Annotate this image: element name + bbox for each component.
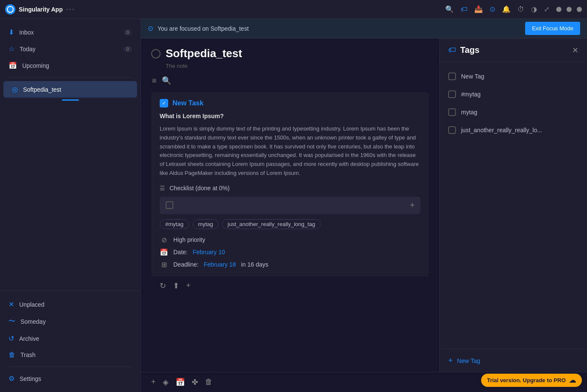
- note-tag-2[interactable]: just_another_really_really_long_tag: [222, 219, 321, 229]
- cloud-icon: ☁: [569, 376, 576, 384]
- sidebar-item-unplaced[interactable]: ✕ Unplaced: [0, 296, 140, 313]
- sidebar-item-settings[interactable]: ⚙ Settings: [0, 370, 140, 387]
- tags-header-icon: 🏷: [448, 46, 456, 55]
- inbox-badge: 0: [123, 29, 132, 35]
- checklist-icon: ☰: [160, 185, 165, 192]
- add-task-icon[interactable]: +: [151, 377, 156, 387]
- tags-panel: 🏷 Tags ✕ New Tag #mytag: [439, 38, 587, 372]
- date-label: Date:: [173, 249, 187, 256]
- search-icon[interactable]: 🔍: [445, 5, 454, 13]
- deadline-label: Deadline:: [173, 261, 199, 268]
- bell-icon[interactable]: 🔔: [502, 5, 511, 13]
- sidebar-archive-label: Archive: [19, 335, 39, 342]
- contrast-icon[interactable]: ◑: [531, 5, 537, 13]
- unplaced-icon: ✕: [9, 300, 14, 308]
- close-button[interactable]: [577, 7, 582, 12]
- inbox-icon[interactable]: 📥: [474, 5, 483, 13]
- delete-icon[interactable]: 🗑: [205, 377, 213, 387]
- focus-bar: ⊙ You are focused on Softpedia_test Exit…: [141, 19, 587, 38]
- tag-label-1: #mytag: [461, 91, 481, 98]
- main-layout: ⬇ Inbox 0 ☆ Today 0 📅 Upcoming: [0, 19, 587, 392]
- move-icon[interactable]: ✤: [192, 377, 198, 387]
- sidebar-divider: [9, 77, 132, 78]
- tag-item-mytag-hash[interactable]: #mytag: [440, 85, 587, 103]
- note-title: Softpedia_test: [166, 47, 242, 60]
- sidebar-item-someday[interactable]: 〜 Someday: [0, 313, 140, 330]
- tag-checkbox-0[interactable]: [448, 73, 456, 80]
- scrollbar-indicator: [62, 99, 79, 101]
- sidebar-item-inbox[interactable]: ⬇ Inbox 0: [0, 24, 140, 41]
- note-tag-1[interactable]: mytag: [193, 219, 219, 229]
- sidebar-divider-2: [9, 366, 132, 367]
- note-tags-layout: Softpedia_test The note ≡ 🔍 ✓ New Task W…: [141, 38, 587, 372]
- move-up-icon[interactable]: ⬆: [173, 281, 179, 290]
- task-meta: ⊘ High priority 📅 Date: February 10 ⊞ De…: [160, 236, 421, 269]
- deadline-value[interactable]: February 18: [204, 261, 236, 268]
- sidebar-item-archive[interactable]: ↺ Archive: [0, 330, 140, 347]
- tag-item-new-tag[interactable]: New Tag: [440, 67, 587, 85]
- sidebar-inbox-label: Inbox: [19, 29, 34, 36]
- sidebar: ⬇ Inbox 0 ☆ Today 0 📅 Upcoming: [0, 19, 141, 392]
- more-options-button[interactable]: ···: [66, 5, 75, 14]
- note-complete-circle[interactable]: [151, 49, 161, 58]
- date-value[interactable]: February 10: [193, 249, 225, 256]
- tag-checkbox-3[interactable]: [448, 126, 456, 134]
- tag-label-3: just_another_really_really_lo...: [461, 127, 542, 134]
- tags-add-label: New Tag: [457, 357, 480, 364]
- checklist-header: ☰ Checklist (done at 0%): [160, 185, 421, 192]
- expand-icon[interactable]: ⤢: [544, 5, 549, 13]
- tag-label-0: New Tag: [461, 73, 484, 80]
- checklist-row: +: [160, 197, 421, 214]
- sidebar-someday-label: Someday: [20, 318, 46, 325]
- convert-icon[interactable]: ◈: [163, 377, 169, 387]
- deadline-icon: ⊞: [160, 261, 168, 269]
- sidebar-item-softpedia-test[interactable]: ◎ Softpedia_test: [3, 81, 137, 98]
- title-bar: Singularity App ··· 🔍 🏷 📥 ⊙ 🔔 ⏱ ◑ ⤢: [0, 0, 587, 19]
- tag-icon[interactable]: 🏷: [461, 6, 467, 13]
- title-bar-right: 🔍 🏷 📥 ⊙ 🔔 ⏱ ◑ ⤢: [445, 5, 582, 13]
- task-container: ✓ New Task What is Lorem Ipsum? Lorem Ip…: [151, 92, 429, 276]
- add-icon[interactable]: +: [186, 281, 191, 290]
- project-icon: ◎: [12, 85, 18, 93]
- recur-icon[interactable]: ↻: [160, 281, 166, 290]
- trial-badge[interactable]: Trial version. Upgrade to PRO ☁: [481, 374, 582, 387]
- note-title-row: Softpedia_test: [151, 47, 429, 60]
- tag-checkbox-2[interactable]: [448, 108, 456, 116]
- deadline-row: ⊞ Deadline: February 18 in 16 days: [160, 261, 421, 269]
- task-title: New Task: [172, 99, 204, 107]
- today-badge: 0: [123, 46, 132, 52]
- sidebar-settings-label: Settings: [20, 375, 41, 382]
- timer-icon[interactable]: ⏱: [517, 6, 524, 13]
- focus-bar-text: You are focused on Softpedia_test: [158, 25, 249, 32]
- calendar-footer-icon[interactable]: 📅: [175, 377, 185, 387]
- today-nav-icon: ☆: [9, 45, 15, 53]
- tag-checkbox-1[interactable]: [448, 90, 456, 98]
- sidebar-item-upcoming[interactable]: 📅 Upcoming: [0, 57, 140, 74]
- tag-label-2: mytag: [461, 109, 477, 116]
- list-icon[interactable]: ≡: [152, 76, 157, 85]
- note-panel: Softpedia_test The note ≡ 🔍 ✓ New Task W…: [141, 38, 439, 372]
- tags-close-button[interactable]: ✕: [572, 46, 578, 55]
- date-icon: 📅: [160, 248, 168, 256]
- note-subtitle[interactable]: The note: [166, 63, 429, 69]
- minimize-button[interactable]: [556, 7, 561, 12]
- search-in-note-icon[interactable]: 🔍: [162, 76, 171, 85]
- focus-icon[interactable]: ⊙: [490, 5, 495, 13]
- task-header: ✓ New Task: [160, 99, 421, 107]
- note-tag-0[interactable]: #mytag: [160, 219, 189, 229]
- exit-focus-button[interactable]: Exit Focus Mode: [525, 22, 580, 35]
- tag-item-long-tag[interactable]: just_another_really_really_lo...: [440, 121, 587, 139]
- trash-icon: 🗑: [9, 351, 15, 359]
- tag-item-mytag[interactable]: mytag: [440, 103, 587, 121]
- sidebar-item-trash[interactable]: 🗑 Trash: [0, 347, 140, 363]
- tags-add-footer[interactable]: + New Tag: [440, 349, 587, 372]
- checklist-add-button[interactable]: +: [410, 201, 415, 210]
- priority-label: High priority: [173, 236, 205, 243]
- checklist-checkbox[interactable]: [166, 201, 173, 209]
- checklist-label: Checklist (done at 0%): [169, 185, 230, 192]
- title-bar-left: Singularity App ···: [5, 4, 75, 15]
- sidebar-item-today[interactable]: ☆ Today 0: [0, 41, 140, 57]
- task-checkbox[interactable]: ✓: [160, 99, 168, 107]
- maximize-button[interactable]: [567, 7, 572, 12]
- sidebar-trash-label: Trash: [20, 351, 35, 358]
